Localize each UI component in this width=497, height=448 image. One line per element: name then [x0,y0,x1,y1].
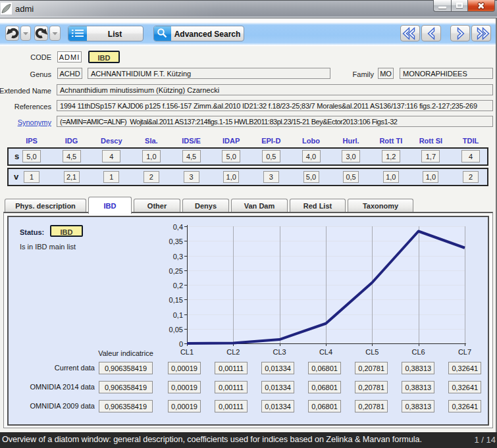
svg-text:CL5: CL5 [365,348,379,356]
svg-text:CL2: CL2 [226,348,240,356]
svg-text:0: 0 [179,340,183,348]
svg-text:0,35: 0,35 [169,237,183,245]
svg-text:0,15: 0,15 [169,296,183,304]
svg-text:0,25: 0,25 [169,267,183,275]
svg-text:CL3: CL3 [273,348,286,356]
svg-text:CL7: CL7 [458,348,471,356]
svg-text:0,3: 0,3 [173,253,183,261]
svg-text:0,4: 0,4 [173,223,183,231]
svg-text:0,2: 0,2 [173,282,183,289]
svg-text:0,1: 0,1 [173,311,183,319]
svg-text:CL1: CL1 [180,348,194,356]
svg-text:CL6: CL6 [412,348,425,356]
svg-text:CL4: CL4 [319,348,332,356]
svg-text:0,05: 0,05 [169,326,183,334]
